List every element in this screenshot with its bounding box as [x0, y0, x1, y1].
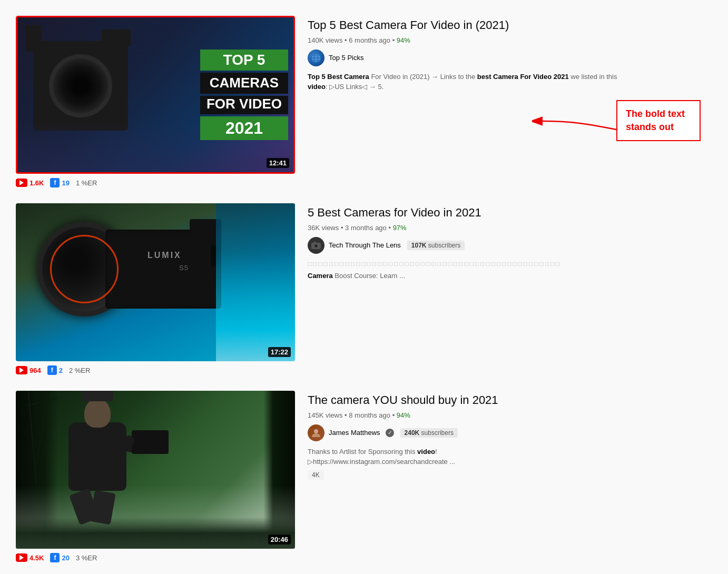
channel-avatar-1[interactable] [308, 50, 324, 66]
video-row-2: LUMIX S5 17:22 964 f 2 [16, 203, 690, 375]
youtube-icon-2 [16, 366, 27, 374]
video-meta-3: 145K views • 8 months ago • 94% [308, 411, 690, 419]
stats-bar-1: 1.6K f 19 1 %ER [16, 178, 295, 187]
facebook-stat-2: f 2 [47, 365, 63, 375]
video-title-3[interactable]: The camera YOU should buy in 2021 [308, 393, 690, 408]
video-row-3: 20:46 4.5K f 20 3 %ER The camera YOU sho… [16, 391, 690, 562]
separator-2: • [341, 224, 345, 232]
subscribers-badge-2: 107K subscribers [407, 241, 465, 250]
desc-bold-1: Top 5 Best Camera [308, 73, 369, 81]
facebook-icon-1: f [50, 178, 60, 187]
thumbnail-3[interactable]: 20:46 [16, 391, 295, 549]
channel-name-2[interactable]: Tech Through The Lens [329, 241, 401, 249]
thumb1-2021-label: 2021 [200, 116, 288, 140]
channel-row-3: James Matthews ✓ 240K subscribers [308, 424, 690, 441]
youtube-count-3: 4.5K [29, 554, 44, 562]
thumbnail-wrapper-2: LUMIX S5 17:22 964 f 2 [16, 203, 295, 375]
svg-point-8 [315, 245, 317, 247]
dot-1: • [392, 36, 397, 44]
percentage-1: 94% [397, 36, 410, 44]
video-row: TOP 5 CAMERAS FOR VIDEO 2021 12:41 1.6K … [16, 16, 690, 187]
video-title-1[interactable]: Top 5 Best Camera For Video in (2021) [308, 18, 690, 33]
desc-bold-video3: video [417, 448, 435, 456]
views-2: 36K views [308, 224, 339, 232]
facebook-count-1: 19 [62, 179, 69, 187]
svg-point-10 [314, 429, 318, 433]
er-stat-1: 1 %ER [76, 179, 97, 187]
thumb1-cameras-label: CAMERAS [200, 73, 288, 93]
video-meta-1: 140K views • 6 months ago • 94% [308, 36, 690, 44]
er-stat-2: 2 %ER [69, 367, 90, 374]
subscribers-badge-3: 240K subscribers [400, 428, 458, 438]
tag-badge-3: 4K [308, 470, 324, 480]
channel-avatar-2[interactable] [308, 237, 324, 254]
stats-bar-2: 964 f 2 2 %ER [16, 365, 295, 375]
desc-bold-camera: Camera [308, 272, 333, 280]
thumbnail-1[interactable]: TOP 5 CAMERAS FOR VIDEO 2021 12:41 [16, 16, 295, 174]
facebook-stat-1: f 19 [50, 178, 69, 187]
video-meta-2: 36K views • 3 months ago • 97% [308, 224, 690, 232]
video-title-2[interactable]: 5 Best Cameras for Video in 2021 [308, 205, 690, 221]
channel-name-1[interactable]: Top 5 Picks [329, 54, 363, 62]
percentage-3: 94% [397, 411, 410, 419]
dot-3: • [392, 411, 397, 419]
views-3: 145K views [308, 411, 342, 419]
video-info-3: The camera YOU should buy in 2021 145K v… [295, 391, 690, 480]
youtube-stat-2: 964 [16, 366, 41, 374]
annotation-arrow [532, 111, 637, 153]
er-stat-3: 3 %ER [76, 554, 97, 562]
channel-row-1: Top 5 Picks [308, 50, 690, 66]
video-duration-2: 17:22 [268, 347, 291, 357]
facebook-count-2: 2 [59, 367, 63, 374]
thumb1-forvideo-label: FOR VIDEO [200, 96, 288, 114]
channel-name-3[interactable]: James Matthews [329, 429, 380, 437]
thumb1-top5-label: TOP 5 [200, 50, 288, 71]
description-dots-2: □□□□□□□□□□□□□□□□□□□□□□□□□□□□□□□□□□□□□□□□… [308, 259, 634, 269]
sub-count-3: 240K [405, 429, 420, 437]
channel-avatar-3[interactable] [308, 424, 324, 441]
youtube-icon-3 [16, 553, 27, 562]
facebook-icon-2: f [47, 365, 57, 375]
video-info-1: Top 5 Best Camera For Video in (2021) 14… [295, 16, 690, 92]
dot-2: • [388, 224, 392, 232]
video-duration-1: 12:41 [267, 158, 289, 168]
facebook-count-3: 20 [62, 554, 69, 562]
time-3: 8 months ago [349, 411, 390, 419]
facebook-icon-3: f [50, 553, 60, 562]
video-info-2: 5 Best Cameras for Video in 2021 36K vie… [295, 203, 690, 281]
youtube-count-1: 1.6K [29, 179, 44, 187]
time-2: 3 months ago [345, 224, 387, 232]
results-container: TOP 5 CAMERAS FOR VIDEO 2021 12:41 1.6K … [11, 11, 695, 574]
desc-bold-2: best Camera For Video 2021 [477, 73, 569, 81]
youtube-count-2: 964 [29, 367, 41, 374]
annotation-box: The bold text stands out [616, 100, 701, 141]
youtube-stat-1: 1.6K [16, 179, 44, 187]
stats-bar-3: 4.5K f 20 3 %ER [16, 553, 295, 562]
youtube-icon-1 [16, 179, 27, 187]
video-description-3: Thanks to Artlist for Sponsoring this vi… [308, 447, 634, 467]
video-description-2: □□□□□□□□□□□□□□□□□□□□□□□□□□□□□□□□□□□□□□□□… [308, 259, 634, 281]
thumbnail-wrapper-3: 20:46 4.5K f 20 3 %ER [16, 391, 295, 562]
thumbnail-2[interactable]: LUMIX S5 17:22 [16, 203, 295, 361]
sub-count-2: 107K [411, 242, 427, 249]
time-1: 6 months ago [349, 36, 390, 44]
video-description-1: Top 5 Best Camera For Video in (2021) → … [308, 72, 634, 92]
desc-bold-3: video [308, 83, 326, 91]
annotation-text: The bold text stands out [626, 108, 685, 132]
youtube-stat-3: 4.5K [16, 553, 44, 562]
verified-icon-3: ✓ [386, 429, 394, 437]
facebook-stat-3: f 20 [50, 553, 69, 562]
percentage-2: 97% [393, 224, 407, 232]
video-duration-3: 20:46 [268, 535, 291, 545]
views-1: 140K views [308, 36, 342, 44]
svg-rect-9 [314, 242, 316, 243]
thumbnail-wrapper-1: TOP 5 CAMERAS FOR VIDEO 2021 12:41 1.6K … [16, 16, 295, 187]
channel-row-2: Tech Through The Lens 107K subscribers [308, 237, 690, 254]
